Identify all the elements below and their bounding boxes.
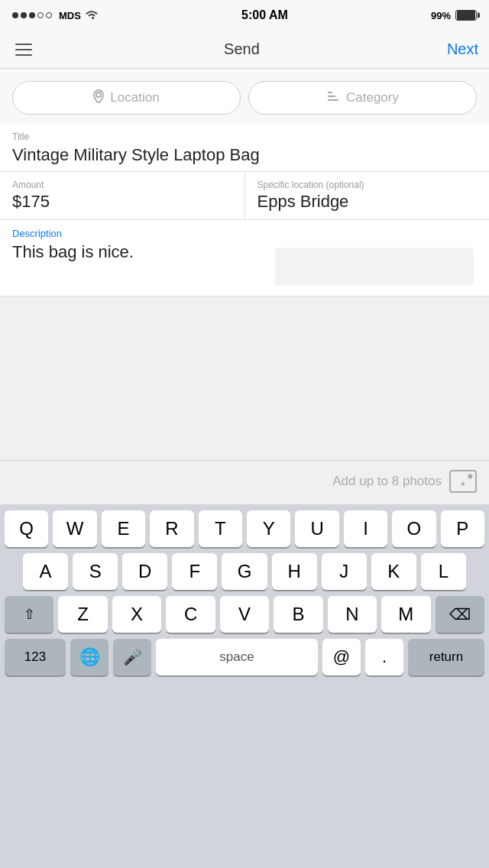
key-l[interactable]: L bbox=[421, 553, 466, 590]
battery-percent: 99% bbox=[431, 10, 451, 21]
numbers-label: 123 bbox=[24, 649, 46, 665]
mic-key[interactable]: 🎤 bbox=[113, 639, 151, 675]
dot-key[interactable]: . bbox=[365, 639, 403, 675]
key-m[interactable]: M bbox=[381, 596, 430, 633]
wifi-icon bbox=[85, 9, 99, 22]
mic-icon: 🎤 bbox=[123, 648, 142, 666]
menu-line3 bbox=[15, 54, 32, 56]
specific-location-label: Specific location (optional) bbox=[257, 180, 478, 190]
title-value: Vintage Military Style Laptop Bag bbox=[12, 144, 477, 167]
specific-location-value: Epps Bridge bbox=[257, 192, 478, 212]
svg-point-0 bbox=[96, 92, 101, 97]
location-filter-label: Location bbox=[110, 90, 159, 105]
space-key[interactable]: space bbox=[156, 639, 318, 675]
battery-fill bbox=[457, 11, 475, 20]
dot2 bbox=[21, 12, 27, 18]
battery-icon bbox=[455, 10, 477, 21]
keyboard-row-1: Q W E R T Y U I O P bbox=[0, 504, 489, 547]
category-icon bbox=[326, 91, 340, 105]
next-button[interactable]: Next bbox=[447, 40, 478, 58]
status-time: 5:00 AM bbox=[241, 8, 288, 22]
shift-icon: ⇧ bbox=[24, 606, 35, 623]
two-col-row: Amount $175 Specific location (optional)… bbox=[0, 172, 489, 220]
status-right: 99% bbox=[431, 10, 477, 21]
dot3 bbox=[29, 12, 35, 18]
dot4 bbox=[37, 12, 44, 18]
keyboard: Q W E R T Y U I O P A S D F G H J K L ⇧ … bbox=[0, 504, 489, 868]
photo-label: Add up to 8 photos bbox=[332, 474, 442, 489]
description-field[interactable]: Description This bag is nice. bbox=[0, 220, 489, 296]
key-s[interactable]: S bbox=[73, 553, 118, 590]
at-key[interactable]: @ bbox=[322, 639, 361, 675]
key-b[interactable]: B bbox=[274, 596, 322, 633]
numbers-key[interactable]: 123 bbox=[5, 639, 66, 675]
location-icon bbox=[93, 89, 104, 106]
key-y[interactable]: Y bbox=[247, 510, 290, 547]
delete-icon: ⌫ bbox=[449, 605, 471, 623]
key-r[interactable]: R bbox=[150, 510, 193, 547]
main-content: Location Category Title Vintage Military… bbox=[0, 69, 489, 296]
signal-dots bbox=[12, 12, 52, 18]
key-z[interactable]: Z bbox=[58, 596, 107, 633]
amount-label: Amount bbox=[12, 180, 232, 190]
menu-line1 bbox=[15, 44, 32, 45]
key-n[interactable]: N bbox=[328, 596, 377, 633]
return-key[interactable]: return bbox=[408, 639, 484, 675]
key-j[interactable]: J bbox=[322, 553, 367, 590]
key-q[interactable]: Q bbox=[5, 510, 48, 547]
nav-bar: Send Next bbox=[0, 31, 489, 69]
keyboard-row-4: 123 🌐 🎤 space @ . return bbox=[0, 633, 489, 686]
keyboard-row-3: ⇧ Z X C V B N M ⌫ bbox=[0, 590, 489, 633]
amount-field[interactable]: Amount $175 bbox=[0, 172, 245, 219]
filter-row: Location Category bbox=[0, 69, 489, 124]
delete-key[interactable]: ⌫ bbox=[436, 596, 484, 633]
dot5 bbox=[46, 12, 52, 18]
key-g[interactable]: G bbox=[222, 553, 267, 590]
key-a[interactable]: A bbox=[23, 553, 68, 590]
key-h[interactable]: H bbox=[272, 553, 317, 590]
dot1 bbox=[12, 12, 18, 18]
globe-icon: 🌐 bbox=[79, 647, 100, 667]
key-p[interactable]: P bbox=[441, 510, 484, 547]
category-filter-label: Category bbox=[346, 90, 399, 105]
return-label: return bbox=[429, 649, 463, 665]
description-cursor bbox=[275, 248, 474, 286]
key-f[interactable]: F bbox=[172, 553, 217, 590]
key-x[interactable]: X bbox=[112, 596, 161, 633]
key-k[interactable]: K bbox=[371, 553, 416, 590]
key-v[interactable]: V bbox=[220, 596, 269, 633]
shift-key[interactable]: ⇧ bbox=[5, 596, 53, 633]
key-d[interactable]: D bbox=[122, 553, 167, 590]
globe-key[interactable]: 🌐 bbox=[70, 639, 108, 675]
status-left: MDS bbox=[12, 9, 99, 22]
status-bar: MDS 5:00 AM 99% bbox=[0, 0, 489, 31]
title-field[interactable]: Title Vintage Military Style Laptop Bag bbox=[0, 124, 489, 172]
at-label: @ bbox=[333, 647, 350, 667]
menu-button[interactable] bbox=[11, 39, 37, 60]
title-label: Title bbox=[12, 131, 477, 142]
category-filter[interactable]: Category bbox=[248, 81, 477, 115]
amount-value: $175 bbox=[12, 192, 232, 212]
keyboard-row-2: A S D F G H J K L bbox=[0, 547, 489, 590]
key-w[interactable]: W bbox=[53, 510, 96, 547]
photo-icon[interactable] bbox=[449, 470, 477, 493]
location-filter[interactable]: Location bbox=[12, 81, 241, 115]
key-i[interactable]: I bbox=[344, 510, 387, 547]
dot-label: . bbox=[382, 647, 387, 667]
key-o[interactable]: O bbox=[392, 510, 436, 547]
description-label: Description bbox=[12, 228, 477, 239]
key-t[interactable]: T bbox=[199, 510, 242, 547]
key-c[interactable]: C bbox=[166, 596, 215, 633]
carrier-label: MDS bbox=[59, 10, 81, 21]
key-e[interactable]: E bbox=[102, 510, 145, 547]
photo-row[interactable]: Add up to 8 photos bbox=[0, 460, 489, 501]
specific-location-field[interactable]: Specific location (optional) Epps Bridge bbox=[245, 172, 490, 219]
menu-line2 bbox=[15, 49, 32, 50]
space-label: space bbox=[219, 649, 254, 665]
page-title: Send bbox=[224, 40, 260, 58]
key-u[interactable]: U bbox=[295, 510, 338, 547]
